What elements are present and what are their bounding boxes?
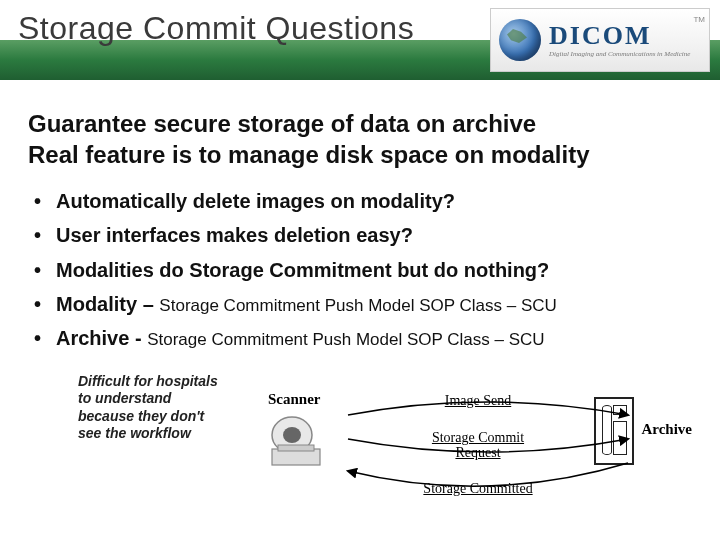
svg-rect-3 [278, 445, 314, 451]
bullet-main: Archive - [56, 327, 147, 349]
bullet-sub: Storage Commitment Push Model SOP Class … [147, 330, 544, 349]
bullet-main: Modality – [56, 293, 159, 315]
diagram-note: Difficult for hospitals to understand be… [78, 373, 228, 443]
bullet-main: User interfaces makes deletion easy? [56, 224, 413, 246]
headline: Guarantee secure storage of data on arch… [28, 108, 692, 170]
scanner-label: Scanner [268, 391, 321, 408]
logo-main: DICOM [549, 23, 690, 49]
workflow-diagram: Difficult for hospitals to understand be… [28, 369, 692, 519]
bullet-item: User interfaces makes deletion easy? [28, 222, 692, 248]
flow-arrows [328, 379, 648, 509]
bullet-main: Modalities do Storage Commitment but do … [56, 259, 549, 281]
bullet-list: Automatically delete images on modality?… [28, 188, 692, 350]
archive-label: Archive [641, 421, 692, 438]
trademark: TM [693, 15, 705, 24]
svg-point-1 [283, 427, 301, 443]
bullet-item: Modalities do Storage Commitment but do … [28, 257, 692, 283]
slide-content: Guarantee secure storage of data on arch… [0, 80, 720, 519]
headline-line-1: Guarantee secure storage of data on arch… [28, 108, 692, 139]
bullet-item: Archive - Storage Commitment Push Model … [28, 325, 692, 351]
bullet-main: Automatically delete images on modality? [56, 190, 455, 212]
dicom-logo: TM DICOM Digital Imaging and Communicati… [490, 8, 710, 72]
bullet-item: Modality – Storage Commitment Push Model… [28, 291, 692, 317]
bullet-item: Automatically delete images on modality? [28, 188, 692, 214]
headline-line-2: Real feature is to manage disk space on … [28, 139, 692, 170]
logo-text-block: DICOM Digital Imaging and Communications… [549, 23, 690, 58]
slide-title: Storage Commit Questions [18, 10, 414, 47]
globe-icon [499, 19, 541, 61]
slide-header: Storage Commit Questions TM DICOM Digita… [0, 0, 720, 80]
bullet-sub: Storage Commitment Push Model SOP Class … [159, 296, 556, 315]
logo-tagline: Digital Imaging and Communications in Me… [549, 51, 690, 58]
